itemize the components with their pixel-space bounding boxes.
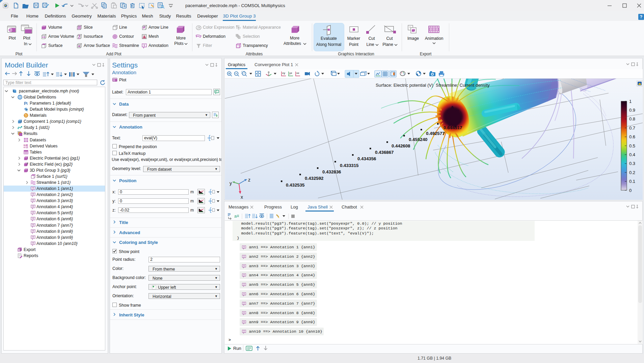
svg-text:0.442608: 0.442608 xyxy=(392,143,410,148)
svg-text:0.492577: 0.492577 xyxy=(426,131,445,136)
svg-text:z: z xyxy=(248,177,250,183)
svg-text:0.434356: 0.434356 xyxy=(357,156,376,161)
svg-text:1: 1 xyxy=(629,99,632,104)
svg-text:0.436867: 0.436867 xyxy=(375,150,394,155)
svg-text:0.8: 0.8 xyxy=(629,116,635,121)
svg-text:0: 0 xyxy=(629,188,632,193)
svg-text:e-12: e-12 xyxy=(24,146,28,148)
svg-text:0.9: 0.9 xyxy=(629,108,635,113)
svg-text:a: a xyxy=(234,214,237,219)
svg-text:yz: yz xyxy=(289,72,292,75)
svg-text:0.4: 0.4 xyxy=(629,152,635,157)
svg-text:0.2: 0.2 xyxy=(629,170,635,175)
svg-text:0.6: 0.6 xyxy=(629,134,635,139)
svg-text:0.7: 0.7 xyxy=(629,125,635,131)
svg-text:0.432535: 0.432535 xyxy=(286,183,305,188)
svg-text:0.3: 0.3 xyxy=(629,161,635,166)
svg-text:0.433315: 0.433315 xyxy=(340,163,359,168)
svg-text:x: x xyxy=(241,194,243,200)
svg-text:y: y xyxy=(230,180,232,186)
svg-text:0.5: 0.5 xyxy=(629,143,635,148)
svg-text:xy: xy xyxy=(282,72,285,75)
svg-text:Surface: Electric potential (V: Surface: Electric potential (V) Streamli… xyxy=(376,83,490,88)
svg-text:P: P xyxy=(24,101,27,106)
svg-text:0.432592: 0.432592 xyxy=(305,176,323,181)
svg-text:0.455240: 0.455240 xyxy=(409,137,427,142)
svg-text:0.432836: 0.432836 xyxy=(322,169,341,174)
svg-text:0.1: 0.1 xyxy=(629,179,635,184)
svg-text:0.644517: 0.644517 xyxy=(444,125,462,130)
svg-text:xz: xz xyxy=(296,72,299,75)
